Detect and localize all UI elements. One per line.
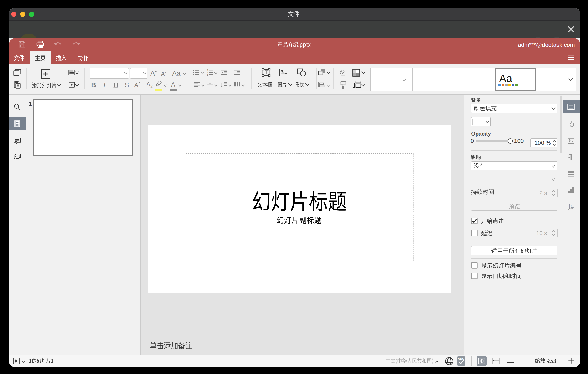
svg-text:3: 3 <box>207 73 208 76</box>
